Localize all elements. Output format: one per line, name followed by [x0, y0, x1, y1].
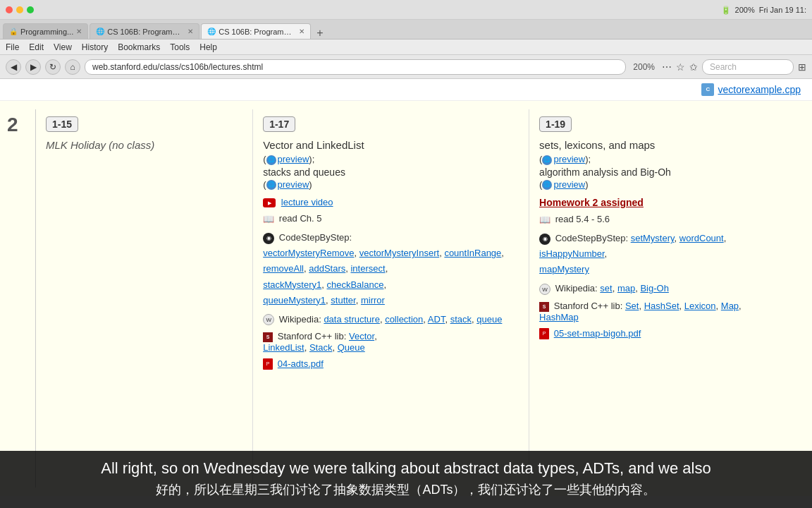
pdf-link-2[interactable]: 04-adts.pdf [278, 358, 324, 369]
read-row-2: 📖 read Ch. 5 [263, 213, 519, 224]
day-1-title: MLK Holiday (no class) [46, 139, 242, 151]
sidebar-toggle[interactable]: ⊞ [798, 61, 806, 73]
close-window-button[interactable] [6, 6, 13, 13]
csbs-link-6[interactable]: intersect [350, 263, 385, 274]
stanford-link-3[interactable]: Stack [309, 342, 333, 353]
day-2-subtitle1: stacks and queues [263, 167, 519, 178]
subtitle-english: All right, so on Wednesday we were talki… [14, 458, 798, 480]
minimize-window-button[interactable] [16, 6, 23, 13]
more-options-button[interactable]: ⋯ [662, 61, 672, 73]
stanford-link-1[interactable]: Vector [349, 331, 374, 341]
nav-back[interactable]: ◀ [6, 59, 21, 75]
preview4-link[interactable]: preview [553, 179, 585, 190]
preview2-link[interactable]: preview [278, 179, 309, 190]
csbs3-link-1[interactable]: setMystery [631, 233, 675, 243]
date-badge-1: 1-15 [46, 116, 78, 132]
csbs-link-7[interactable]: stackMystery1 [263, 279, 321, 290]
csbs-link-10[interactable]: stutter [331, 295, 355, 306]
menu-file[interactable]: File [6, 42, 19, 52]
traffic-lights [6, 6, 34, 13]
wiki-link-3-col2[interactable]: ADT [428, 314, 445, 325]
pdf-link-3[interactable]: 05-set-map-bigoh.pdf [554, 328, 641, 339]
csbs3-link-3[interactable]: isHappyNumber [539, 248, 605, 259]
book-icon-2: 📖 [263, 214, 274, 224]
wiki-icon-2: W [263, 314, 274, 325]
wiki-row-3: W Wikipedia: set, map, Big-Oh [539, 283, 795, 295]
wiki-link-3-col3[interactable]: Big-Oh [640, 283, 668, 294]
stanford-icon-2: S [263, 332, 273, 342]
url-bar[interactable]: web.stanford.edu/class/cs106b/lectures.s… [85, 59, 626, 75]
pdf-icon-3: P [539, 328, 549, 339]
subtitle-bar: All right, so on Wednesday we were talki… [0, 451, 812, 508]
pdf-row-3: P 05-set-map-bigoh.pdf [539, 328, 795, 340]
menu-bookmarks[interactable]: Bookmarks [118, 42, 160, 52]
menu-tools[interactable]: Tools [170, 42, 190, 52]
nav-refresh[interactable]: ↻ [45, 59, 61, 75]
hw-assigned-link[interactable]: Homework 2 assigned [539, 197, 644, 208]
tab-2-close[interactable]: ✕ [187, 28, 193, 35]
csbs3-link-2[interactable]: wordCount [679, 233, 724, 243]
wiki-link-1-col2[interactable]: data structure [324, 314, 380, 325]
sys-bar: 🔋 200% Fri Jan 19 11: [721, 0, 806, 20]
wiki-link-4-col2[interactable]: stack [450, 314, 472, 325]
pdf-row-2: P 04-adts.pdf [263, 358, 519, 370]
home-button[interactable]: ⌂ [65, 59, 80, 75]
bookmark-button[interactable]: ☆ [676, 61, 685, 73]
menu-help[interactable]: Help [199, 42, 217, 52]
csbs-link-2[interactable]: vectorMysteryInsert [359, 248, 439, 258]
preview3-link[interactable]: preview [553, 154, 585, 164]
date-badge-3: 1-19 [539, 116, 572, 132]
stanford3-link-2[interactable]: HashSet [644, 301, 679, 311]
tab-3-close[interactable]: ✕ [299, 28, 304, 35]
stanford3-link-3[interactable]: Lexicon [684, 301, 716, 311]
csbs-link-5[interactable]: addStars [309, 263, 345, 274]
wiki-link-1-col3[interactable]: set [600, 283, 612, 294]
menu-edit[interactable]: Edit [29, 42, 44, 52]
wiki-link-2-col2[interactable]: collection [385, 314, 423, 325]
day-col-1: 1-15 MLK Holiday (no class) [36, 109, 253, 488]
maximize-window-button[interactable] [27, 6, 34, 13]
stanford-link-4[interactable]: Queue [338, 342, 365, 353]
day-2-preview2-row: (🌐preview) [263, 179, 519, 190]
stanford-link-2[interactable]: LinkedList [263, 342, 304, 353]
url-text: web.stanford.edu/class/cs106b/lectures.s… [92, 62, 263, 72]
wiki-link-2-col3[interactable]: map [617, 283, 635, 294]
cpp-file-link[interactable]: vectorexample.cpp [718, 84, 801, 95]
globe-icon-4: 🌐 [542, 180, 552, 190]
search-box[interactable]: Search [702, 59, 794, 75]
day-3-title: sets, lexicons, and maps [539, 139, 655, 151]
csbs-link-9[interactable]: queueMystery1 [263, 295, 326, 306]
wiki-link-5-col2[interactable]: queue [476, 314, 502, 325]
csbs-link-1[interactable]: vectorMysteryRemove [263, 248, 354, 258]
stanford3-link-5[interactable]: HashMap [539, 312, 579, 322]
csbs-link-11[interactable]: mirror [361, 295, 385, 306]
day-2-title: Vector and LinkedList [263, 139, 364, 151]
csbs3-link-4[interactable]: mapMystery [539, 264, 589, 274]
tab-1-close[interactable]: ✕ [76, 28, 82, 35]
nav-forward[interactable]: ▶ [25, 59, 41, 75]
stanford3-link-1[interactable]: Set [625, 301, 639, 311]
tab-2[interactable]: 🌐 CS 106B: Programming... ✕ [90, 23, 199, 39]
week-number: 2 [7, 109, 35, 488]
menu-view[interactable]: View [54, 42, 72, 52]
preview1-link[interactable]: preview [278, 154, 309, 164]
tab-1-label: Programming... [20, 28, 73, 36]
csbs-link-4[interactable]: removeAll [263, 263, 304, 274]
csbs-icon-2: ◉ [263, 233, 274, 244]
csbs-link-8[interactable]: checkBalance [326, 279, 383, 290]
day-col-3: 1-19 sets, lexicons, and maps (🌐preview)… [529, 109, 805, 488]
tab-1[interactable]: 🔒 Programming... ✕ [3, 23, 88, 39]
date-badge-2: 1-17 [263, 116, 295, 132]
address-star-button[interactable]: ✩ [689, 61, 698, 73]
day-3-preview2-row: (🌐preview) [539, 179, 795, 190]
lecture-video-link[interactable]: lecture video [281, 197, 333, 207]
wiki-row-2: W Wikipedia: data structure, collection,… [263, 314, 519, 326]
menu-history[interactable]: History [82, 42, 108, 52]
tab-3[interactable]: 🌐 CS 106B: Programming... ✕ [201, 23, 311, 39]
globe-icon-2: 🌐 [266, 180, 276, 190]
new-tab-button[interactable]: + [312, 28, 327, 39]
csbs-row-2: ◉ CodeStepByStep: vectorMysteryRemove, v… [263, 230, 519, 308]
csbs-link-3[interactable]: countInRange [444, 248, 501, 258]
subtitle-chinese: 好的，所以在星期三我们讨论了抽象数据类型（ADTs），我们还讨论了一些其他的内容… [14, 481, 798, 498]
stanford3-link-4[interactable]: Map [721, 301, 739, 311]
